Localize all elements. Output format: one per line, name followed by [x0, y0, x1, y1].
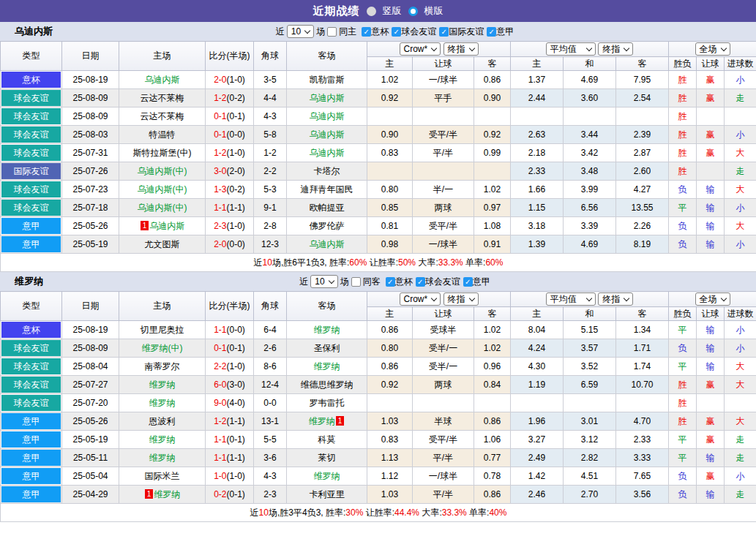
result-handicap: 输: [697, 235, 725, 254]
halftime-score: (1-0): [227, 221, 245, 231]
away-team-cell: 迪拜青年国民: [287, 181, 367, 199]
competition-filter-checkbox[interactable]: ✓: [392, 27, 401, 37]
fulltime-score: 1-1: [214, 325, 226, 335]
competition-filter-checkbox[interactable]: ✓: [416, 277, 425, 287]
fulltime-score: 1-1: [214, 453, 226, 463]
home-team-cell: 尤文图斯: [119, 235, 206, 254]
crow-away-odds: [474, 394, 511, 412]
result-goals: 走: [725, 486, 756, 504]
match-date: 25-05-26: [62, 412, 119, 431]
competition-badge: 球会友谊: [1, 340, 61, 356]
avg-draw-odds: 3.12: [564, 431, 616, 449]
away-team-cell: 乌迪内斯: [287, 89, 367, 107]
home-team: 维罗纳: [154, 489, 180, 499]
chevron-down-icon: [431, 45, 437, 50]
summary-segment: 单率:: [463, 257, 486, 268]
odds-stage-select[interactable]: 终指: [444, 292, 479, 306]
match-row: 国际友谊25-07-26乌迪内斯(中)3-0(2-0)2-2卡塔尔2.333.4…: [1, 162, 756, 181]
same-venue-checkbox[interactable]: [327, 27, 337, 37]
team-name: 维罗纳: [15, 275, 43, 288]
avg-home-odds: [511, 394, 564, 412]
result-goals: 大: [725, 144, 756, 162]
match-count-select[interactable]: 10: [287, 25, 314, 38]
competition-type-cell: 球会友谊: [1, 339, 62, 358]
vertical-layout-radio[interactable]: [367, 7, 376, 16]
avg-home-odds: 4.24: [511, 339, 564, 358]
vertical-layout-label: 竖版: [383, 4, 402, 18]
away-team-cell: 乌迪内斯: [287, 126, 367, 144]
match-date: 25-07-26: [62, 162, 119, 181]
halftime-score: (1-0): [227, 75, 245, 85]
halftime-score: (1-0): [227, 471, 245, 481]
corner-count: 3-6: [254, 449, 287, 467]
match-row: 意杯25-08-19乌迪内斯2-0(1-0)3-5凯勒雷斯1.02一/球半0.8…: [1, 71, 756, 89]
result-wdl: 平: [669, 431, 697, 449]
average-select[interactable]: 平均值: [546, 292, 596, 306]
crow-away-odds: 0.78: [474, 467, 511, 486]
match-row: 球会友谊25-07-27维罗纳6-0(3-0)12-4维德思维罗纳0.92两球0…: [1, 376, 756, 394]
competition-filter-checkbox[interactable]: ✓: [463, 277, 473, 287]
odds-stage-select-2[interactable]: 终指: [598, 42, 633, 56]
result-goals: 小: [725, 199, 756, 217]
competition-filter-label: 球会友谊: [401, 26, 436, 38]
crow-handicap: [413, 107, 474, 126]
fulltime-score: 0-1: [214, 129, 226, 140]
corner-count: 2-8: [254, 217, 287, 235]
chevron-down-icon: [624, 295, 629, 301]
avg-home-odds: 3.18: [511, 217, 564, 235]
bookmaker-select[interactable]: Crow*: [400, 292, 441, 306]
halftime-score: (1-1): [227, 453, 245, 463]
away-team: 凯勒雷斯: [310, 75, 345, 85]
result-goals: 大: [725, 358, 756, 376]
match-date: 25-04-29: [62, 486, 119, 504]
halftime-score: (0-1): [227, 489, 245, 499]
competition-type-cell: 球会友谊: [1, 376, 62, 394]
home-team-cell: 维罗纳: [119, 449, 206, 467]
bookmaker-select-value: Crow*: [404, 294, 428, 304]
fulltime-select[interactable]: 全场: [695, 42, 730, 56]
avg-draw-odds: 4.69: [564, 235, 616, 254]
fulltime-score: 9-0: [214, 398, 226, 408]
crow-handicap: 受半/一: [413, 339, 474, 358]
average-select[interactable]: 平均值: [546, 42, 596, 56]
home-team: 云达不莱梅: [141, 111, 184, 121]
competition-filter-checkbox[interactable]: ✓: [487, 27, 496, 37]
col-handicap-result: 让球: [697, 57, 725, 71]
competition-filter-checkbox[interactable]: ✓: [386, 277, 395, 287]
chevron-down-icon: [328, 277, 334, 283]
odds-stage-select[interactable]: 终指: [444, 42, 479, 56]
home-team: 维罗纳: [149, 434, 176, 445]
col-type: 类型: [1, 42, 62, 71]
crow-away-odds: 0.77: [474, 449, 511, 467]
crow-away-odds: 0.97: [474, 199, 511, 217]
result-goals: 小: [725, 71, 756, 89]
fulltime-score: 1-2: [214, 416, 226, 426]
match-score: 1-1(0-1): [206, 431, 254, 449]
home-team-cell: 1乌迪内斯: [119, 217, 206, 235]
halftime-score: (0-0): [227, 325, 245, 335]
avg-away-odds: 7.95: [616, 71, 669, 89]
same-venue-checkbox[interactable]: [351, 277, 361, 287]
match-row: 意杯25-08-19切里尼奥拉1-1(0-0)6-4维罗纳0.86受球半1.02…: [1, 321, 756, 339]
bookmaker-select[interactable]: Crow*: [400, 42, 441, 56]
average-select-value: 平均值: [550, 293, 577, 306]
competition-filter-checkbox[interactable]: ✓: [439, 27, 449, 37]
match-count-select[interactable]: 10: [310, 275, 337, 288]
corner-count: 9-1: [254, 199, 287, 217]
col-crow-away: 客: [474, 57, 511, 71]
crow-handicap: 两球: [413, 199, 474, 217]
team-section-away: 维罗纳 近 10 场 同客 ✓意杯✓球会友谊✓意甲 类型 日期: [0, 272, 756, 522]
fulltime-select[interactable]: 全场: [695, 292, 730, 306]
match-date: 25-08-04: [62, 358, 119, 376]
odds-stage-select-2[interactable]: 终指: [598, 292, 633, 306]
corner-count: 12-4: [254, 376, 287, 394]
horizontal-layout-radio[interactable]: [408, 7, 418, 16]
result-handicap: 赢: [697, 126, 725, 144]
match-date: 25-08-19: [62, 321, 119, 339]
match-score: 1-2(0-2): [206, 89, 254, 107]
match-score: 0-1(0-1): [206, 339, 254, 358]
competition-filter-checkbox[interactable]: ✓: [362, 27, 371, 37]
competition-type-cell: 意甲: [1, 431, 62, 449]
summary-segment: 让胜率:: [367, 257, 398, 268]
corner-count: 2-3: [254, 486, 287, 504]
